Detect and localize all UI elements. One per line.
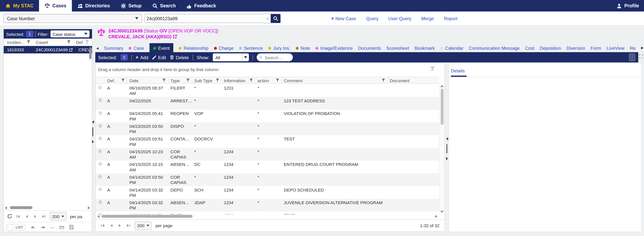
filter-icon[interactable] <box>67 40 71 44</box>
expand-right-arrow[interactable] <box>92 140 94 143</box>
page-size-select[interactable]: 200 <box>135 221 151 230</box>
page-size-select[interactable]: 200 <box>50 212 66 220</box>
first-page-icon[interactable] <box>101 223 105 228</box>
favorite-star-icon[interactable]: ☆ <box>96 173 106 186</box>
grid-vertical-scrollbar[interactable] <box>439 84 444 214</box>
expand-right-arrow[interactable] <box>446 157 448 160</box>
edit-button[interactable]: Edit <box>152 55 166 60</box>
favorite-star-icon[interactable]: ☆ <box>96 97 106 109</box>
column-case-number[interactable]: Case# <box>32 40 73 44</box>
tab-charge[interactable]: Charge <box>214 46 234 50</box>
external-link-icon[interactable] <box>173 35 177 39</box>
prev-page-icon[interactable] <box>25 214 29 218</box>
favorite-star-icon[interactable]: ☆ <box>96 135 106 148</box>
profile-button[interactable]: Profile <box>612 0 644 12</box>
nav-item-directories[interactable]: Directories <box>72 0 115 12</box>
column-type[interactable]: Type <box>169 77 192 84</box>
party-name[interactable]: CREVALE, JACK (AKA)(RSO) <box>108 34 171 40</box>
show-filter-select[interactable]: All <box>213 53 249 61</box>
left-panel-splitter[interactable] <box>91 120 95 144</box>
first-page-icon[interactable] <box>16 214 20 218</box>
open-folder-icon[interactable] <box>59 224 64 230</box>
favorite-star-icon[interactable]: ☆ <box>96 110 106 122</box>
filter-icon[interactable] <box>186 78 190 82</box>
tab-case[interactable]: Case <box>129 46 144 50</box>
column-information[interactable]: Information <box>222 77 256 84</box>
expand-details-button[interactable] <box>639 54 643 59</box>
tab-documents[interactable]: Documents <box>358 46 381 50</box>
filter-icon[interactable] <box>121 78 125 82</box>
nav-item-cases[interactable]: Cases <box>39 0 72 12</box>
column-document[interactable]: Document <box>388 77 439 84</box>
tab-image-evidence[interactable]: Image/Evidence <box>316 46 353 50</box>
scrollbar-thumb[interactable] <box>440 89 443 125</box>
case-number-input[interactable] <box>144 14 264 23</box>
clear-filters-icon[interactable] <box>85 40 91 44</box>
table-row[interactable]: ☆A04/14/2025 03:50 PMCOR CAPIAS*1234* <box>96 173 439 186</box>
table-row[interactable]: ☆A04/14/2025 03:32 PMDEPOSCH1234*DEPO SC… <box>96 186 439 199</box>
filter-icon[interactable] <box>249 78 253 82</box>
table-row[interactable]: ☆A04/24/2025 05:41 PMREOPENVOP*VIOLATION… <box>96 110 439 122</box>
table-row[interactable]: ☆A04/22/2025ARREST…**123 TEST ADDRESS <box>96 97 439 109</box>
clear-filters-icon[interactable] <box>430 66 435 72</box>
favorite-star-icon[interactable]: ☆ <box>96 122 106 135</box>
table-row[interactable]: ☆A06/16/2025 08:37 AMFILERT*1231* <box>96 84 439 97</box>
favorite-star-icon[interactable]: ☆ <box>96 148 106 160</box>
tab-bookmark[interactable]: Bookmark <box>414 46 435 50</box>
tabs-scroll-right-icon[interactable]: ▶ <box>641 46 644 50</box>
prev-page-icon[interactable] <box>109 223 114 228</box>
search-field-select[interactable]: Case Number <box>3 14 142 23</box>
column-incident[interactable]: Inciden... <box>4 40 32 44</box>
column-date[interactable]: Date <box>128 77 169 84</box>
next-page-icon[interactable] <box>118 223 122 228</box>
table-row[interactable]: ☆A04/14/2025 03:32 PMABSEN…JDAP1234*JUVE… <box>96 199 439 212</box>
scroll-up-arrow[interactable] <box>440 85 444 87</box>
tab-note[interactable]: Note <box>296 46 310 50</box>
case-number[interactable]: 24CJ000123A99 <box>108 28 142 33</box>
column-action[interactable]: action <box>256 77 282 84</box>
table-row[interactable]: ☆A04/15/2025 10:15 AMABSEN…DC1234*ENTERE… <box>96 160 439 173</box>
add-button[interactable]: +Add <box>136 54 148 60</box>
favorite-star-icon[interactable]: ☆ <box>96 84 106 97</box>
collapse-left-arrow[interactable] <box>446 137 448 140</box>
user-query-button[interactable]: User Query <box>388 16 412 21</box>
scroll-up-arrow[interactable] <box>89 47 92 49</box>
refresh-icon[interactable] <box>7 214 12 219</box>
report-button[interactable]: Report <box>444 16 458 21</box>
clear-icon[interactable]: × <box>264 14 271 23</box>
delete-button[interactable]: Delete <box>170 55 189 60</box>
tab-summary[interactable]: Summary <box>104 46 124 50</box>
favorite-star-icon[interactable]: ☆ <box>96 160 106 173</box>
tabs-scroll-left-icon[interactable]: ◀ <box>96 46 98 50</box>
table-row[interactable]: ☆A04/23/2025 03:50 PMDISPO** <box>96 122 439 135</box>
expand-panel-button[interactable] <box>629 53 635 61</box>
merge-button[interactable]: Merge <box>421 16 434 21</box>
nav-item-my-stac[interactable]: My STAC <box>0 0 39 12</box>
save-icon[interactable] <box>69 224 74 230</box>
last-page-icon[interactable] <box>42 214 46 218</box>
nav-item-setup[interactable]: Setup <box>115 0 147 12</box>
new-case-button[interactable]: +New Case <box>331 15 356 22</box>
tab-diversion[interactable]: Diversion <box>566 46 585 50</box>
scroll-left-arrow[interactable] <box>5 206 7 210</box>
tab-deposition[interactable]: Deposition <box>540 46 561 50</box>
event-search-box[interactable] <box>257 53 293 61</box>
filter-icon[interactable] <box>162 78 166 82</box>
case-status-filter-select[interactable]: Case status <box>50 30 90 37</box>
table-row[interactable]: ☆A04/23/2025 03:51 PMCONTA…DOCRCV*TEST <box>96 135 439 148</box>
external-link-icon[interactable] <box>69 48 73 52</box>
tab-event[interactable]: Event <box>150 43 174 53</box>
scrollbar-thumb[interactable] <box>102 215 192 218</box>
column-comment[interactable]: Comment <box>282 77 388 84</box>
nav-item-search[interactable]: Search <box>147 0 181 12</box>
event-search-input[interactable] <box>264 54 290 60</box>
scroll-right-arrow[interactable] <box>435 215 438 218</box>
column-def[interactable]: Def. <box>106 77 128 84</box>
search-submit-button[interactable] <box>271 14 280 23</box>
tab-re-truncated[interactable]: Re <box>630 46 636 50</box>
case-list-row-selected[interactable]: 1619333 24CJ000123A99 CREVA <box>4 46 92 53</box>
query-button[interactable]: Query <box>366 16 378 21</box>
tab-liveview[interactable]: LiveView <box>606 46 624 50</box>
redo-icon[interactable] <box>40 224 46 230</box>
splitter-handle[interactable] <box>92 128 93 136</box>
